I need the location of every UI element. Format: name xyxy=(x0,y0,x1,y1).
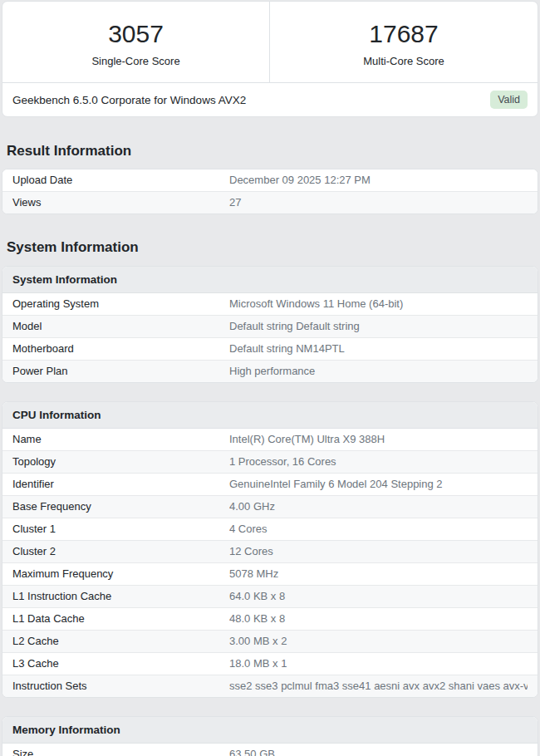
single-core-score-label: Single-Core Score xyxy=(91,55,179,67)
row-value: December 09 2025 12:27 PM xyxy=(229,174,528,186)
result-information-heading: Result Information xyxy=(7,143,533,160)
row-label: Size xyxy=(12,749,229,756)
multi-core-score-value: 17687 xyxy=(369,20,438,47)
row-label: Instruction Sets xyxy=(12,680,229,692)
table-row: IdentifierGenuineIntel Family 6 Model 20… xyxy=(2,473,538,495)
table-row: MotherboardDefault string NM14PTL xyxy=(2,337,538,360)
row-label: Maximum Frequency xyxy=(12,568,229,580)
row-label: L1 Instruction Cache xyxy=(12,591,229,602)
table-row: L1 Data Cache48.0 KB x 8 xyxy=(2,607,538,630)
row-label: L3 Cache xyxy=(12,658,229,670)
row-value: 48.0 KB x 8 xyxy=(229,613,528,625)
row-label: Motherboard xyxy=(12,343,229,355)
benchmark-footer: Geekbench 6.5.0 Corporate for Windows AV… xyxy=(2,82,538,116)
row-value: Microsoft Windows 11 Home (64-bit) xyxy=(229,298,528,310)
row-label: Upload Date xyxy=(12,174,229,186)
row-value: 4 Cores xyxy=(229,523,528,535)
row-value: Intel(R) Core(TM) Ultra X9 388H xyxy=(229,434,528,445)
table-row: Maximum Frequency5078 MHz xyxy=(2,562,538,585)
system-info-table-header: System Information xyxy=(2,267,538,293)
table-row: Cluster 212 Cores xyxy=(2,540,538,562)
table-row: Base Frequency4.00 GHz xyxy=(2,495,538,518)
row-value: sse2 sse3 pclmul fma3 sse41 aesni avx av… xyxy=(229,680,528,692)
table-row: L1 Instruction Cache64.0 KB x 8 xyxy=(2,585,538,607)
row-label: Topology xyxy=(12,456,229,468)
row-value: High performance xyxy=(229,366,528,377)
cpu-info-table: CPU Information NameIntel(R) Core(TM) Ul… xyxy=(2,401,538,698)
table-row: L2 Cache3.00 MB x 2 xyxy=(2,630,538,652)
system-info-table: System Information Operating SystemMicro… xyxy=(2,266,538,383)
row-value: 27 xyxy=(229,197,528,209)
row-label: Name xyxy=(12,434,229,445)
system-info-rows: Operating SystemMicrosoft Windows 11 Hom… xyxy=(2,293,538,382)
single-core-score: 3057 Single-Core Score xyxy=(2,2,270,82)
row-value: Default string Default string xyxy=(229,321,528,332)
cpu-info-table-header: CPU Information xyxy=(2,402,538,429)
table-row: Size63.50 GB xyxy=(2,744,538,756)
row-value: 18.0 MB x 1 xyxy=(229,658,528,670)
result-information-rows: Upload DateDecember 09 2025 12:27 PMView… xyxy=(2,169,538,214)
row-label: Views xyxy=(12,197,229,209)
row-label: L1 Data Cache xyxy=(12,613,229,625)
row-value: 1 Processor, 16 Cores xyxy=(229,456,528,468)
system-information-heading: System Information xyxy=(7,239,533,256)
row-label: L2 Cache xyxy=(12,636,229,647)
multi-core-score-label: Multi-Core Score xyxy=(363,55,444,67)
single-core-score-value: 3057 xyxy=(108,20,164,47)
result-information-table: Upload DateDecember 09 2025 12:27 PMView… xyxy=(2,169,538,214)
row-label: Base Frequency xyxy=(12,501,229,513)
table-row: Cluster 14 Cores xyxy=(2,518,538,540)
row-label: Power Plan xyxy=(12,366,229,377)
valid-status-badge: Valid xyxy=(490,91,528,110)
row-value: 12 Cores xyxy=(229,546,528,557)
row-value: 5078 MHz xyxy=(229,568,528,580)
row-label: Cluster 2 xyxy=(12,546,229,557)
table-row: Power PlanHigh performance xyxy=(2,360,538,382)
row-label: Cluster 1 xyxy=(12,523,229,535)
table-row: Topology1 Processor, 16 Cores xyxy=(2,450,538,473)
table-row: Operating SystemMicrosoft Windows 11 Hom… xyxy=(2,293,538,315)
memory-info-table: Memory Information Size63.50 GB xyxy=(2,716,538,756)
score-row: 3057 Single-Core Score 17687 Multi-Core … xyxy=(2,2,538,82)
table-row: Upload DateDecember 09 2025 12:27 PM xyxy=(2,169,538,191)
row-value: 64.0 KB x 8 xyxy=(229,591,528,602)
table-row: Views27 xyxy=(2,191,538,214)
multi-core-score: 17687 Multi-Core Score xyxy=(270,2,538,82)
row-label: Identifier xyxy=(12,479,229,490)
memory-info-table-header: Memory Information xyxy=(2,717,538,744)
row-label: Model xyxy=(12,321,229,332)
row-value: GenuineIntel Family 6 Model 204 Stepping… xyxy=(229,479,528,490)
table-row: L3 Cache18.0 MB x 1 xyxy=(2,652,538,675)
row-value: 3.00 MB x 2 xyxy=(229,636,528,647)
table-row: ModelDefault string Default string xyxy=(2,315,538,337)
table-row: Instruction Setssse2 sse3 pclmul fma3 ss… xyxy=(2,675,538,697)
row-value: Default string NM14PTL xyxy=(229,343,528,355)
memory-info-rows: Size63.50 GB xyxy=(2,744,538,756)
cpu-info-rows: NameIntel(R) Core(TM) Ultra X9 388HTopol… xyxy=(2,429,538,697)
score-card: 3057 Single-Core Score 17687 Multi-Core … xyxy=(2,1,538,117)
row-label: Operating System xyxy=(12,298,229,310)
row-value: 4.00 GHz xyxy=(229,501,528,513)
table-row: NameIntel(R) Core(TM) Ultra X9 388H xyxy=(2,429,538,450)
benchmark-title: Geekbench 6.5.0 Corporate for Windows AV… xyxy=(12,94,246,106)
row-value: 63.50 GB xyxy=(229,749,528,756)
